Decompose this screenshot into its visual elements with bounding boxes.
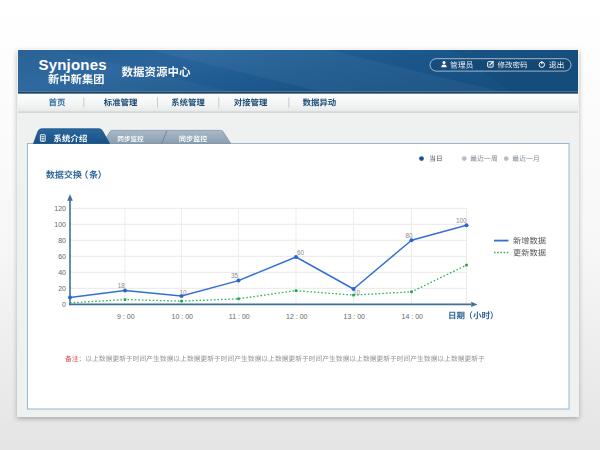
svg-text:0: 0: [62, 301, 66, 308]
svg-text:100: 100: [456, 217, 467, 224]
svg-text:60: 60: [297, 249, 305, 256]
svg-text:10: 10: [179, 289, 187, 296]
svg-text:11 : 00: 11 : 00: [229, 313, 250, 320]
svg-text:10: 10: [353, 289, 361, 296]
svg-text:80: 80: [405, 232, 413, 239]
svg-text:80: 80: [58, 237, 66, 244]
svg-text:100: 100: [54, 221, 66, 228]
svg-text:13 : 00: 13 : 00: [344, 313, 366, 320]
svg-text:60: 60: [58, 253, 66, 260]
svg-text:35: 35: [231, 272, 239, 279]
svg-text:Synjones: Synjones: [39, 56, 107, 73]
svg-text:9 : 00: 9 : 00: [117, 313, 135, 320]
svg-text:120: 120: [54, 205, 66, 212]
svg-text:20: 20: [58, 285, 66, 292]
svg-text:40: 40: [58, 269, 66, 276]
svg-text:10 : 00: 10 : 00: [172, 313, 194, 320]
svg-text:18: 18: [118, 282, 126, 289]
svg-text:14 : 00: 14 : 00: [402, 313, 424, 320]
svg-text:12 : 00: 12 : 00: [286, 313, 308, 320]
